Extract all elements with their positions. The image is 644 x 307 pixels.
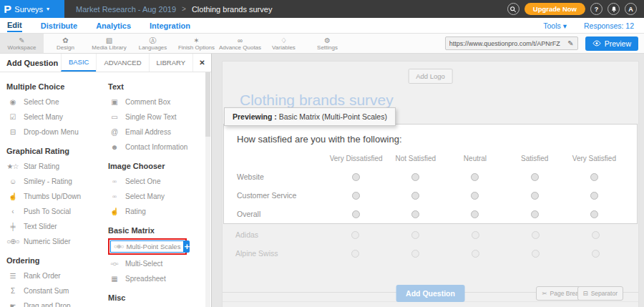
toolbar-design[interactable]: ✿ Design [44, 34, 87, 53]
radio-button[interactable] [531, 173, 539, 181]
panel-title: Add Question [0, 54, 61, 72]
tab-advanced[interactable]: ADVANCED [96, 54, 148, 72]
radio-button[interactable] [471, 210, 479, 218]
qtype-constant-sum[interactable]: Σ Constant Sum [6, 283, 101, 298]
numeric-slider-icon: ○⊕○ [6, 238, 19, 245]
notifications-button[interactable] [608, 3, 620, 15]
tag-icon: ♢ [280, 36, 287, 44]
radio-button[interactable] [352, 210, 360, 218]
panel-header: Add Question BASIC ADVANCED LIBRARY ✕ [0, 54, 211, 72]
qtype-multi-select[interactable]: ▫○▫ Multi-Select [108, 256, 207, 271]
radio-button[interactable] [411, 173, 419, 181]
tab-library[interactable]: LIBRARY [149, 54, 192, 72]
question-preview-card: How satisfied are you with the following… [223, 124, 638, 224]
radio-button[interactable] [590, 210, 598, 218]
surveys-menu[interactable]: P Surveys ▾ [0, 0, 64, 18]
previewing-value: Basic Matrix (Multi-Point Scales) [279, 112, 387, 121]
search-button[interactable] [507, 3, 519, 15]
radio-button[interactable] [411, 210, 419, 218]
qtype-thumbs-up-down[interactable]: ☝ Thumbs Up/Down [6, 189, 101, 204]
tab-edit[interactable]: Edit [7, 19, 22, 32]
qtype-drag-and-drop[interactable]: ☛ Drag and Drop [6, 298, 101, 307]
qtype-dropdown-menu[interactable]: ⊟ Drop-down Menu [6, 125, 101, 140]
qtype-multi-point-scales[interactable]: ○⊕○ Multi-Point Scales [110, 240, 184, 253]
radio-button[interactable] [531, 210, 539, 218]
radio-button-disabled [351, 231, 359, 239]
qtype-text-slider[interactable]: ╪ Text Slider [6, 219, 101, 234]
qtype-comment-box[interactable]: ▣ Comment Box [108, 94, 207, 109]
previewing-tooltip: Previewing : Basic Matrix (Multi-Point S… [224, 107, 396, 126]
section-misc: Misc [108, 293, 207, 302]
separator-button[interactable]: ⊟ Separator [577, 286, 623, 301]
help-button[interactable]: ? [590, 3, 602, 15]
radio-button[interactable] [471, 173, 479, 181]
tab-distribute[interactable]: Distribute [41, 20, 77, 31]
qtype-select-many[interactable]: ☑ Select Many [6, 109, 101, 125]
upgrade-button[interactable]: Upgrade Now [525, 3, 585, 15]
preview-button-label: Preview [605, 39, 631, 48]
qtype-single-row-text[interactable]: ▭ Single Row Text [108, 109, 207, 125]
add-question-button[interactable]: Add Question [396, 285, 465, 302]
radio-button[interactable] [352, 192, 360, 200]
toolbar-advance-quotas[interactable]: ∞ Advance Quotas [218, 34, 262, 53]
tab-basic[interactable]: BASIC [61, 54, 97, 72]
scale-header: Not Satisfied [386, 155, 445, 162]
edit-pencil-icon[interactable]: ✎ [567, 39, 573, 47]
separator-icon: ⊟ [583, 290, 588, 297]
toolbar-finish-options[interactable]: ✶ Finish Options [175, 34, 218, 53]
search-icon [509, 6, 517, 13]
section-basic-matrix: Basic Matrix [108, 226, 207, 235]
radio-button[interactable] [590, 173, 598, 181]
toolbar-languages[interactable]: Ⓐ Languages [131, 34, 175, 53]
panel-scrollbar[interactable] [205, 72, 210, 307]
survey-title[interactable]: Clothing brands survey [240, 92, 394, 109]
responses-count[interactable]: Responses: 12 [584, 21, 634, 30]
survey-url-field[interactable]: https://www.questionpro.com/t/APNrFZ ✎ [445, 36, 578, 50]
radio-button[interactable] [590, 192, 598, 200]
qtype-spreadsheet[interactable]: ▦ Spreadsheet [108, 271, 207, 286]
thumbs-icon: ☝ [6, 193, 19, 200]
radio-button[interactable] [352, 173, 360, 181]
qtype-star-rating[interactable]: ★☆ Star Rating [6, 159, 101, 174]
tools-menu[interactable]: Tools ▾ [543, 21, 567, 30]
tab-analytics[interactable]: Analytics [96, 20, 131, 31]
row-label: Website [237, 172, 326, 181]
radio-button[interactable] [411, 192, 419, 200]
qtype-select-one[interactable]: ◉ Select One [6, 94, 101, 109]
qtype-image-select-many[interactable]: ▫▫ Select Many [108, 189, 207, 204]
eye-icon [592, 40, 601, 47]
radio-button[interactable] [531, 192, 539, 200]
separator-label: Separator [591, 290, 618, 297]
toolbar-settings[interactable]: ⚙ Settings [306, 34, 349, 53]
matrix-row-website: Website [224, 167, 637, 186]
avatar[interactable]: A [625, 3, 637, 15]
panel-scrollbar-thumb[interactable] [205, 72, 210, 137]
radio-button[interactable] [471, 192, 479, 200]
preview-button[interactable]: Preview [585, 36, 638, 51]
page-break-icon: ✂ [542, 290, 547, 297]
tab-integration[interactable]: Integration [150, 20, 190, 31]
qtype-contact-information[interactable]: ☻ Contact Information [108, 140, 207, 155]
breadcrumb-parent[interactable]: Market Research - Aug 2019 [76, 5, 176, 14]
qtype-email-address[interactable]: @ Email Address [108, 125, 207, 140]
design-palette-icon: ✿ [62, 36, 68, 44]
qtype-push-to-social[interactable]: ‹ Push To Social [6, 204, 101, 219]
toolbar-languages-label: Languages [139, 44, 167, 51]
question-text: How satisfied are you with the following… [224, 125, 637, 149]
qtype-rank-order[interactable]: ☰ Rank Order [6, 268, 101, 283]
toolbar-variables[interactable]: ♢ Variables [262, 34, 306, 53]
toolbar-workspace[interactable]: ✎ Workspace [0, 34, 44, 53]
qtype-smiley-rating[interactable]: ☺ Smiley - Rating [6, 174, 101, 189]
qtype-image-select-one[interactable]: ▫▫ Select One [108, 174, 207, 189]
scale-header: Very Dissatisfied [326, 155, 386, 162]
workspace-icon: ✎ [19, 36, 24, 44]
toolbar-media-library[interactable]: ▧ Media Library [87, 34, 131, 53]
add-multi-point-scales-button[interactable]: + [184, 240, 190, 253]
multi-select-icon: ▫○▫ [108, 260, 120, 268]
image-icon: ▧ [106, 36, 112, 44]
close-icon[interactable]: ✕ [192, 54, 211, 72]
qtype-image-rating[interactable]: ☝ Rating [108, 204, 207, 219]
radio-button-disabled [532, 231, 540, 239]
qtype-numeric-slider[interactable]: ○⊕○ Numeric Slider [6, 234, 101, 249]
add-logo-button[interactable]: Add Logo [408, 69, 453, 84]
